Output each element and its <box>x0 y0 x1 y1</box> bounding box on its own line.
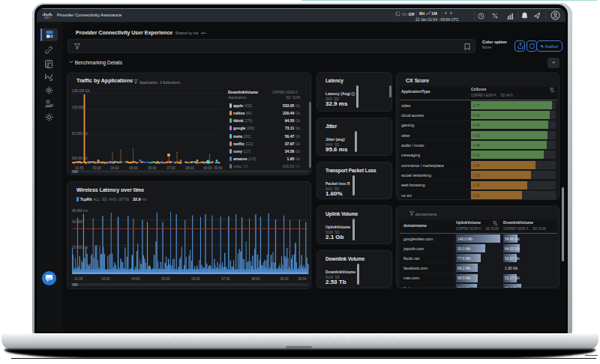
svg-text:CISCO: CISCO <box>44 16 50 19</box>
